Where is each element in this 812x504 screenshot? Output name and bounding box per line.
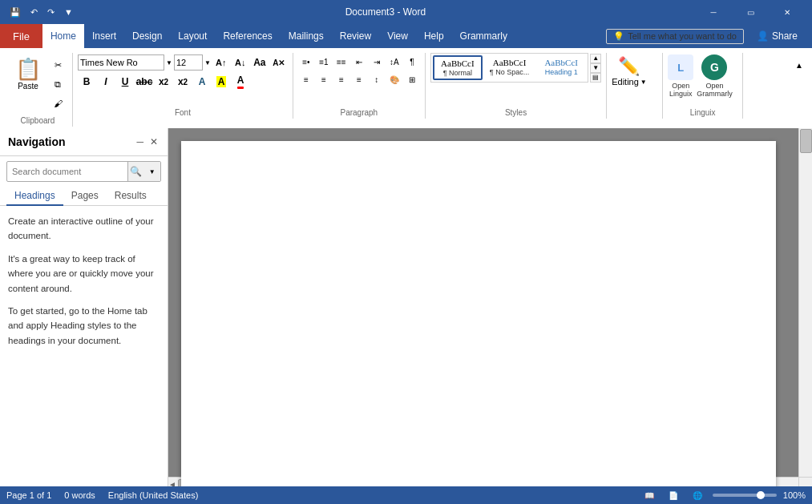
web-layout-button[interactable]: 🌐 [689,488,706,502]
menu-home[interactable]: Home [42,24,84,48]
nav-tabs: Headings Pages Results [0,187,168,206]
share-button[interactable]: 👤 Share [749,29,806,43]
font-name-dropdown-icon[interactable]: ▼ [166,59,172,67]
linguix-icon: L [668,54,693,80]
multilevel-list-button[interactable]: ≡≡ [333,54,349,69]
paste-button[interactable]: 📋 Paste [8,53,48,95]
underline-button[interactable]: U [116,74,134,90]
sort-button[interactable]: ↕A [386,54,402,69]
decrease-indent-button[interactable]: ⇤ [351,54,367,69]
undo-icon[interactable]: ↶ [27,4,41,21]
nav-tab-results[interactable]: Results [107,187,155,206]
copy-button[interactable]: ⧉ [48,75,67,93]
open-linguix-button[interactable]: L OpenLinguix [668,54,693,98]
page-info: Page 1 of 1 [6,490,51,500]
save-icon[interactable]: 💾 [6,4,24,21]
redo-icon[interactable]: ↷ [44,4,58,21]
editing-icon: ✏️ [618,56,640,77]
style-no-spacing[interactable]: AaBbCcI ¶ No Spac... [484,55,535,80]
style-normal[interactable]: AaBbCcI ¶ Normal [433,55,483,80]
font-label: Font [73,108,293,117]
align-left-button[interactable]: ≡ [298,72,314,87]
document-page[interactable] [181,141,776,504]
vertical-scrollbar[interactable] [798,128,812,490]
bold-button[interactable]: B [78,74,95,90]
menu-references[interactable]: References [215,24,280,48]
subscript-button[interactable]: x2 [155,74,172,90]
menu-help[interactable]: Help [416,24,452,48]
text-effects-button[interactable]: A [193,74,211,90]
format-painter-button[interactable]: 🖌 [48,95,67,112]
styles-scroll-down[interactable]: ▼ [590,63,601,73]
file-menu-button[interactable]: File [0,24,42,48]
menu-review[interactable]: Review [332,24,379,48]
font-name-select[interactable] [78,54,164,71]
cut-button[interactable]: ✂ [48,56,67,74]
customize-qat-icon[interactable]: ▼ [61,4,76,20]
restore-button[interactable]: ▭ [732,0,769,24]
search-icon: 🔍 [130,166,142,177]
lightbulb-icon: 💡 [613,31,624,42]
print-layout-button[interactable]: 📄 [665,488,682,502]
quick-access-toolbar: 💾 ↶ ↷ ▼ [6,4,76,21]
shading-button[interactable]: 🎨 [386,72,402,87]
nav-tab-pages[interactable]: Pages [63,187,107,206]
menu-view[interactable]: View [379,24,416,48]
close-button[interactable]: ✕ [769,0,806,24]
minimize-button[interactable]: ─ [695,0,732,24]
open-grammarly-button[interactable]: G OpenGrammarly [697,54,733,98]
ribbon-group-font: ▼ ▼ A↑ A↓ Aa A✕ B I U abc x2 x2 A A [73,53,293,119]
nav-close-button[interactable]: ✕ [148,135,160,149]
justify-button[interactable]: ≡ [351,72,367,87]
grammarly-icon: G [701,54,727,80]
tell-me-input[interactable]: 💡 Tell me what you want to do [606,29,744,44]
nav-content-para2: It's a great way to keep track of where … [8,252,160,296]
styles-label: Styles [426,108,606,117]
menu-grammarly[interactable]: Grammarly [452,24,515,48]
styles-scroll-up[interactable]: ▲ [590,54,601,63]
show-hide-button[interactable]: ¶ [404,54,420,69]
increase-indent-button[interactable]: ⇥ [369,54,385,69]
font-color-button[interactable]: A [232,74,249,90]
share-label: Share [772,30,798,42]
text-highlight-button[interactable]: A [212,74,230,90]
vertical-scrollbar-thumb[interactable] [800,129,812,153]
numbering-button[interactable]: ≡1 [316,54,332,69]
font-size-select[interactable] [174,54,203,71]
superscript-button[interactable]: x2 [174,74,192,90]
nav-search-button[interactable]: 🔍 [127,162,144,181]
increase-font-button[interactable]: A↑ [212,54,230,71]
nav-header-controls: ─ ✕ [135,135,160,149]
collapse-ribbon-button[interactable]: ▲ [790,56,809,74]
share-icon: 👤 [757,30,769,42]
font-size-dropdown-icon[interactable]: ▼ [204,59,211,67]
ribbon-group-paragraph: ≡• ≡1 ≡≡ ⇤ ⇥ ↕A ¶ ≡ ≡ ≡ ≡ ↕ 🎨 ⊞ Paragrap… [293,53,426,119]
line-spacing-button[interactable]: ↕ [369,72,385,87]
clear-formatting-button[interactable]: A✕ [270,54,288,71]
strikethrough-button[interactable]: abc [135,74,153,90]
status-bar-right: 📖 📄 🌐 100% [640,488,806,502]
menu-mailings[interactable]: Mailings [281,24,332,48]
nav-tab-headings[interactable]: Headings [6,187,63,206]
change-case-button[interactable]: Aa [251,54,269,71]
align-center-button[interactable]: ≡ [316,72,332,87]
styles-expand[interactable]: ▤ [590,73,601,83]
nav-panel-header: Navigation ─ ✕ [0,128,168,156]
decrease-font-button[interactable]: A↓ [232,54,249,71]
nav-search-dropdown[interactable]: ▼ [144,162,160,181]
align-right-button[interactable]: ≡ [333,72,349,87]
nav-collapse-button[interactable]: ─ [135,135,145,149]
editing-button[interactable]: Editing ▼ [612,77,647,87]
nav-search-input[interactable] [7,164,127,179]
zoom-slider[interactable] [713,494,777,497]
menu-insert[interactable]: Insert [84,24,124,48]
menu-layout[interactable]: Layout [170,24,215,48]
nav-panel-title: Navigation [8,135,66,148]
italic-button[interactable]: I [97,74,115,90]
borders-button[interactable]: ⊞ [404,72,420,87]
menu-design[interactable]: Design [124,24,170,48]
read-mode-button[interactable]: 📖 [640,488,658,502]
bullets-button[interactable]: ≡• [298,54,314,69]
nav-content: Create an interactive outline of your do… [0,206,168,364]
style-heading1[interactable]: AaBbCcI Heading 1 [536,55,586,80]
